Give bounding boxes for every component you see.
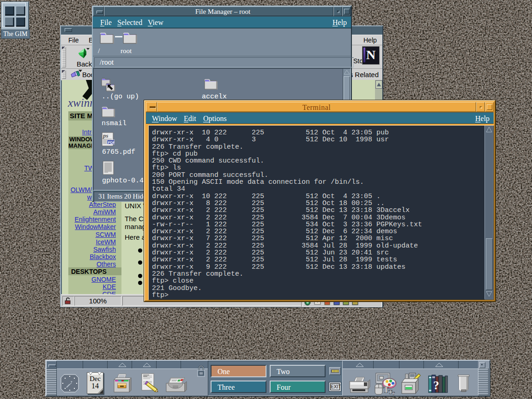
svg-text:T: T <box>392 391 395 395</box>
svg-text:?: ? <box>433 379 439 392</box>
